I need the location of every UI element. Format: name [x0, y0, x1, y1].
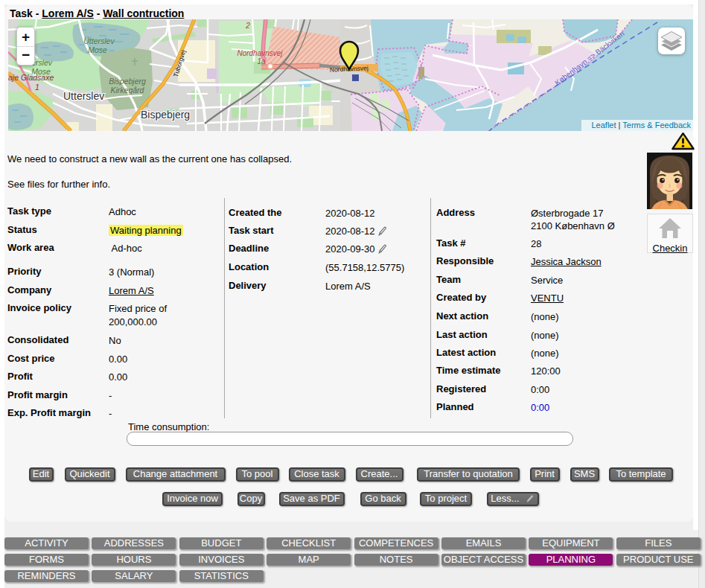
svg-text:Mose: Mose	[88, 45, 107, 54]
svg-text:Nordhavnsvej: Nordhavnsvej	[237, 49, 283, 57]
svg-text:Utterslev: Utterslev	[83, 36, 115, 45]
svg-text:Utterslev: Utterslev	[63, 90, 104, 102]
svg-text:Bispebjerg: Bispebjerg	[141, 109, 190, 121]
svg-text:aje Gladsaxe: aje Gladsaxe	[8, 73, 54, 82]
svg-text:Bispebjerg: Bispebjerg	[109, 77, 146, 86]
svg-text:1a: 1a	[257, 57, 266, 65]
svg-text:1: 1	[35, 83, 39, 92]
svg-text:2: 2	[245, 22, 250, 30]
svg-text:Kirkegård: Kirkegård	[111, 86, 145, 95]
